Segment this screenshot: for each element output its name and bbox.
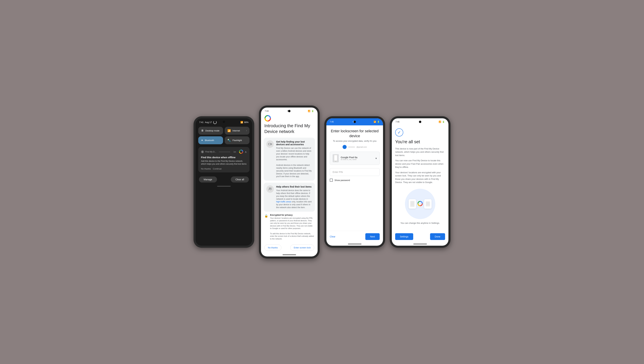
- device-expand-icon: ▾: [375, 157, 377, 160]
- tile-bluetooth[interactable]: ✦ Bluetooth: [198, 136, 223, 144]
- tile-desktop-label: Desktop mode: [205, 130, 220, 132]
- camera-notch-2: [288, 110, 290, 112]
- google-logo: [264, 115, 271, 122]
- clear-button[interactable]: Clear: [330, 235, 335, 238]
- devices-icon: [266, 140, 274, 148]
- settings-button[interactable]: Settings: [395, 233, 413, 240]
- phone2-time: 7:44: [265, 110, 269, 112]
- device-card-2: [424, 199, 432, 209]
- devices-inner: [409, 199, 432, 209]
- device-card-1: [409, 199, 416, 209]
- svg-rect-0: [268, 143, 271, 145]
- show-password-label: Show password: [334, 179, 350, 182]
- notification-actions: No thanks Continue: [201, 168, 247, 170]
- notification-header: G Find My D... • • • • • • • • • • 1m ∧: [201, 149, 247, 154]
- clear-all-button[interactable]: Clear all: [231, 176, 249, 182]
- svg-rect-1: [271, 144, 272, 145]
- battery-icon-3: 🔋: [377, 121, 380, 123]
- success-title: You're all set: [392, 139, 448, 144]
- wifi-icon-3: 📶: [374, 121, 376, 123]
- phone-2-screen: 7:44 G 📶 🔋 Introducing the Find My Devic…: [261, 108, 318, 256]
- home-indicator-2: [283, 254, 296, 255]
- privacy-title: Encrypted for privacy: [270, 214, 314, 216]
- tile-internet[interactable]: 📶 Internet ›: [225, 127, 250, 135]
- device-selector[interactable]: Google Pixel 6a ••• •••••• ••, ••••, •••…: [330, 152, 380, 165]
- enter-screen-lock-button[interactable]: Enter screen lock: [290, 244, 314, 251]
- tile-bluetooth-label: Bluetooth: [205, 139, 214, 142]
- feature-1-content: Get help finding your lost devices and a…: [276, 140, 312, 178]
- phone1-time: 7:41: [199, 121, 204, 124]
- phone3-time: 7:45: [330, 121, 334, 123]
- home-indicator-3: [348, 244, 361, 244]
- device-name: Google Pixel 6a: [341, 156, 357, 159]
- account-row: 👤 •••••••••• @gmail.com: [326, 145, 383, 152]
- tile-flashlight[interactable]: 🔦 Flashlight: [225, 136, 250, 144]
- tile-desktop-mode[interactable]: 🖥 Desktop mode: [198, 127, 223, 135]
- battery-icon-4: 🔋: [442, 121, 445, 123]
- camera-notch-1: [223, 121, 225, 123]
- notif-app-name: Find My D...: [205, 151, 216, 153]
- privacy-section: 🔒 Encrypted for privacy Your devices' lo…: [261, 214, 318, 240]
- notif-no-thanks-button[interactable]: No thanks: [201, 168, 211, 170]
- phone-3-screen: 7:45 G 📶 🔋 Enter lockscreen for selected…: [326, 118, 383, 246]
- success-checkmark: ✓: [395, 128, 403, 136]
- high-traffic-link[interactable]: high-traffic areas: [276, 200, 291, 203]
- refresh-icon: [213, 121, 217, 124]
- feature-2-body: Your Android device does the same to hel…: [276, 189, 312, 209]
- pin-placeholder: Enter PIN: [333, 171, 343, 174]
- manage-button[interactable]: Manage: [199, 176, 217, 182]
- home-indicator-4: [413, 244, 427, 244]
- notif-dots: • • • • • • • • • •: [219, 151, 230, 153]
- phone-1: 7:41 Aug 17 📶 88% 🖥 Desktop mode 📶 Inter: [194, 116, 254, 248]
- svg-point-6: [335, 161, 336, 162]
- devices-illustration: [405, 189, 435, 219]
- expand-icon: [239, 149, 243, 154]
- device-image: [333, 154, 339, 162]
- show-password-checkbox[interactable]: [330, 179, 333, 182]
- wifi-icon-4: 📶: [439, 121, 441, 123]
- desktop-mode-icon: 🖥: [201, 129, 204, 132]
- feature-2-title: Help others find their lost items: [276, 185, 312, 188]
- pin-input-field[interactable]: Enter PIN: [330, 168, 380, 176]
- svg-rect-8: [411, 202, 414, 206]
- feature-1-title: Get help finding your lost devices and a…: [276, 140, 312, 146]
- flashlight-icon: 🔦: [227, 139, 231, 142]
- google-wheel-center: [417, 201, 423, 207]
- quick-tiles: 🖥 Desktop mode 📶 Internet › ✦ Bluetooth …: [196, 126, 252, 146]
- no-thanks-button[interactable]: No thanks: [264, 244, 281, 251]
- account-avatar: 👤: [343, 145, 347, 149]
- svg-point-3: [271, 188, 271, 189]
- device-detail: ••• •••••• ••, ••••, •••••••: [341, 159, 357, 160]
- feature-2-content: Help others find their lost items Your A…: [276, 185, 312, 209]
- bluetooth-icon: ✦: [201, 139, 203, 142]
- find-my-device-notification: G Find My D... • • • • • • • • • • 1m ∧: [198, 147, 250, 172]
- done-button[interactable]: Done: [430, 233, 445, 240]
- wifi-icon-2: 📶: [308, 110, 310, 112]
- battery-percent: 88%: [244, 121, 249, 124]
- phone-4-screen: 7:46 📶 🔋 ✓ You're all set This device is…: [392, 118, 448, 246]
- notification-shade-bottom: Manage Clear all: [196, 174, 252, 184]
- notification-body: Add this device to the Find My Device ne…: [201, 160, 247, 166]
- notif-continue-button[interactable]: Continue: [213, 168, 222, 170]
- account-email: ••••••••••: [348, 146, 355, 148]
- internet-icon: 📶: [227, 129, 231, 132]
- lockscreen-title: Enter lockscreen for selected device: [326, 126, 383, 140]
- people-icon: [266, 185, 274, 193]
- lockscreen-subtitle: To access your encrypted data, verify it…: [326, 140, 383, 145]
- show-password-row: Show password: [326, 179, 383, 185]
- svg-rect-5: [334, 155, 337, 160]
- account-email-domain: @gmail.com: [357, 146, 367, 148]
- next-button[interactable]: Next: [365, 233, 380, 240]
- success-body-2: You can now use Find My Device to locate…: [392, 159, 448, 169]
- lock-icon: 🔒: [264, 214, 268, 218]
- phone-3: 7:45 G 📶 🔋 Enter lockscreen for selected…: [324, 116, 385, 248]
- phone3-footer: Clear Next: [326, 231, 383, 242]
- chevron-right-icon: ›: [246, 130, 247, 132]
- success-body-3: Your devices' locations are encrypted wi…: [392, 171, 448, 184]
- google-logo-container: [261, 114, 318, 123]
- svg-point-2: [269, 188, 270, 189]
- privacy-body: Your devices' locations are encrypted us…: [270, 217, 314, 240]
- phone-4: 7:46 📶 🔋 ✓ You're all set This device is…: [390, 116, 450, 248]
- phone-2: 7:44 G 📶 🔋 Introducing the Find My Devic…: [259, 106, 320, 258]
- tile-internet-label: Internet: [233, 130, 240, 132]
